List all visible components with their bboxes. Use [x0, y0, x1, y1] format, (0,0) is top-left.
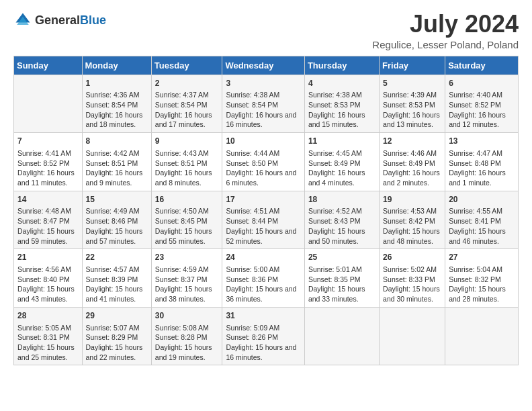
table-cell: [380, 307, 445, 365]
cell-content: Sunrise: 4:47 AM Sunset: 8:48 PM Dayligh…: [449, 148, 515, 188]
day-number: 23: [155, 252, 219, 263]
cell-content: Sunrise: 4:45 AM Sunset: 8:49 PM Dayligh…: [308, 148, 375, 188]
day-number: 15: [86, 194, 148, 205]
cell-content: Sunrise: 5:05 AM Sunset: 8:31 PM Dayligh…: [17, 323, 79, 363]
table-cell: [304, 307, 379, 365]
day-number: 12: [383, 136, 441, 147]
cell-content: Sunrise: 4:53 AM Sunset: 8:42 PM Dayligh…: [383, 206, 441, 246]
day-number: 27: [449, 252, 515, 263]
table-cell: 9Sunrise: 4:43 AM Sunset: 8:51 PM Daylig…: [151, 133, 222, 191]
cell-content: Sunrise: 4:56 AM Sunset: 8:40 PM Dayligh…: [17, 265, 79, 304]
day-number: 10: [226, 136, 301, 147]
day-number: 29: [86, 310, 148, 322]
column-header-monday: Monday: [82, 56, 151, 75]
table-cell: 2Sunrise: 4:37 AM Sunset: 8:54 PM Daylig…: [151, 75, 222, 133]
table-row: 28Sunrise: 5:05 AM Sunset: 8:31 PM Dayli…: [14, 307, 519, 365]
day-number: 7: [17, 136, 79, 147]
table-cell: 21Sunrise: 4:56 AM Sunset: 8:40 PM Dayli…: [14, 249, 83, 308]
table-cell: 5Sunrise: 4:39 AM Sunset: 8:53 PM Daylig…: [380, 75, 445, 133]
day-number: 17: [226, 194, 301, 205]
table-row: 7Sunrise: 4:41 AM Sunset: 8:52 PM Daylig…: [14, 133, 519, 191]
table-cell: 16Sunrise: 4:50 AM Sunset: 8:45 PM Dayli…: [151, 191, 222, 249]
table-cell: 24Sunrise: 5:00 AM Sunset: 8:36 PM Dayli…: [222, 249, 305, 308]
subtitle: Regulice, Lesser Poland, Poland: [372, 39, 519, 50]
table-cell: 8Sunrise: 4:42 AM Sunset: 8:51 PM Daylig…: [82, 133, 151, 191]
cell-content: Sunrise: 4:57 AM Sunset: 8:39 PM Dayligh…: [86, 265, 148, 304]
table-cell: 29Sunrise: 5:07 AM Sunset: 8:29 PM Dayli…: [82, 307, 151, 365]
table-cell: [14, 75, 83, 133]
cell-content: Sunrise: 5:09 AM Sunset: 8:26 PM Dayligh…: [226, 323, 301, 363]
day-number: 31: [226, 310, 301, 322]
cell-content: Sunrise: 4:49 AM Sunset: 8:46 PM Dayligh…: [86, 206, 148, 246]
header: GeneralBlue July 2024 Regulice, Lesser P…: [13, 11, 519, 50]
day-number: 6: [449, 78, 515, 89]
day-number: 2: [155, 78, 219, 89]
cell-content: Sunrise: 5:00 AM Sunset: 8:36 PM Dayligh…: [226, 265, 301, 304]
table-cell: 20Sunrise: 4:55 AM Sunset: 8:41 PM Dayli…: [445, 191, 519, 249]
cell-content: Sunrise: 5:01 AM Sunset: 8:35 PM Dayligh…: [308, 265, 375, 304]
table-body: 1Sunrise: 4:36 AM Sunset: 8:54 PM Daylig…: [14, 75, 519, 365]
column-header-sunday: Sunday: [14, 56, 83, 75]
day-number: 13: [449, 136, 515, 147]
cell-content: Sunrise: 4:42 AM Sunset: 8:51 PM Dayligh…: [86, 148, 148, 188]
cell-content: Sunrise: 4:41 AM Sunset: 8:52 PM Dayligh…: [17, 148, 79, 188]
table-cell: 12Sunrise: 4:46 AM Sunset: 8:49 PM Dayli…: [380, 133, 445, 191]
day-number: 16: [155, 194, 219, 205]
table-cell: 1Sunrise: 4:36 AM Sunset: 8:54 PM Daylig…: [82, 75, 151, 133]
table-cell: 26Sunrise: 5:02 AM Sunset: 8:33 PM Dayli…: [380, 249, 445, 308]
cell-content: Sunrise: 5:04 AM Sunset: 8:32 PM Dayligh…: [449, 265, 515, 304]
cell-content: Sunrise: 4:40 AM Sunset: 8:52 PM Dayligh…: [449, 90, 515, 130]
table-cell: 13Sunrise: 4:47 AM Sunset: 8:48 PM Dayli…: [445, 133, 519, 191]
cell-content: Sunrise: 4:38 AM Sunset: 8:54 PM Dayligh…: [226, 90, 301, 130]
cell-content: Sunrise: 4:50 AM Sunset: 8:45 PM Dayligh…: [155, 206, 219, 246]
table-cell: 19Sunrise: 4:53 AM Sunset: 8:42 PM Dayli…: [380, 191, 445, 249]
header-row: SundayMondayTuesdayWednesdayThursdayFrid…: [14, 56, 519, 75]
day-number: 18: [308, 194, 375, 205]
logo-text-general: General: [35, 13, 80, 27]
day-number: 9: [155, 136, 219, 147]
cell-content: Sunrise: 4:36 AM Sunset: 8:54 PM Dayligh…: [86, 90, 148, 130]
table-cell: 7Sunrise: 4:41 AM Sunset: 8:52 PM Daylig…: [14, 133, 83, 191]
day-number: 5: [383, 78, 441, 89]
day-number: 22: [86, 252, 148, 263]
cell-content: Sunrise: 4:52 AM Sunset: 8:43 PM Dayligh…: [308, 206, 375, 246]
table-cell: 28Sunrise: 5:05 AM Sunset: 8:31 PM Dayli…: [14, 307, 83, 365]
table-row: 14Sunrise: 4:48 AM Sunset: 8:47 PM Dayli…: [14, 191, 519, 249]
cell-content: Sunrise: 4:55 AM Sunset: 8:41 PM Dayligh…: [449, 206, 515, 246]
cell-content: Sunrise: 4:44 AM Sunset: 8:50 PM Dayligh…: [226, 148, 301, 188]
table-cell: 15Sunrise: 4:49 AM Sunset: 8:46 PM Dayli…: [82, 191, 151, 249]
table-cell: 25Sunrise: 5:01 AM Sunset: 8:35 PM Dayli…: [304, 249, 379, 308]
table-row: 21Sunrise: 4:56 AM Sunset: 8:40 PM Dayli…: [14, 249, 519, 308]
cell-content: Sunrise: 4:46 AM Sunset: 8:49 PM Dayligh…: [383, 148, 441, 188]
logo-text-blue: Blue: [80, 13, 106, 27]
table-cell: 6Sunrise: 4:40 AM Sunset: 8:52 PM Daylig…: [445, 75, 519, 133]
day-number: 20: [449, 194, 515, 205]
table-cell: [445, 307, 519, 365]
cell-content: Sunrise: 5:07 AM Sunset: 8:29 PM Dayligh…: [86, 323, 148, 363]
table-cell: 4Sunrise: 4:38 AM Sunset: 8:53 PM Daylig…: [304, 75, 379, 133]
column-header-tuesday: Tuesday: [151, 56, 222, 75]
column-header-saturday: Saturday: [445, 56, 519, 75]
column-header-friday: Friday: [380, 56, 445, 75]
logo-icon: [13, 11, 32, 30]
cell-content: Sunrise: 4:51 AM Sunset: 8:44 PM Dayligh…: [226, 206, 301, 246]
day-number: 4: [308, 78, 375, 89]
column-header-thursday: Thursday: [304, 56, 379, 75]
table-cell: 11Sunrise: 4:45 AM Sunset: 8:49 PM Dayli…: [304, 133, 379, 191]
day-number: 25: [308, 252, 375, 263]
day-number: 26: [383, 252, 441, 263]
table-cell: 31Sunrise: 5:09 AM Sunset: 8:26 PM Dayli…: [222, 307, 305, 365]
title-area: July 2024 Regulice, Lesser Poland, Polan…: [372, 11, 519, 50]
day-number: 21: [17, 252, 79, 263]
table-cell: 23Sunrise: 4:59 AM Sunset: 8:37 PM Dayli…: [151, 249, 222, 308]
day-number: 1: [86, 78, 148, 89]
cell-content: Sunrise: 5:08 AM Sunset: 8:28 PM Dayligh…: [155, 323, 219, 363]
day-number: 30: [155, 310, 219, 322]
table-header: SundayMondayTuesdayWednesdayThursdayFrid…: [14, 56, 519, 75]
day-number: 14: [17, 194, 79, 205]
day-number: 3: [226, 78, 301, 89]
cell-content: Sunrise: 5:02 AM Sunset: 8:33 PM Dayligh…: [383, 265, 441, 304]
cell-content: Sunrise: 4:38 AM Sunset: 8:53 PM Dayligh…: [308, 90, 375, 130]
main-title: July 2024: [372, 11, 519, 38]
table-row: 1Sunrise: 4:36 AM Sunset: 8:54 PM Daylig…: [14, 75, 519, 133]
